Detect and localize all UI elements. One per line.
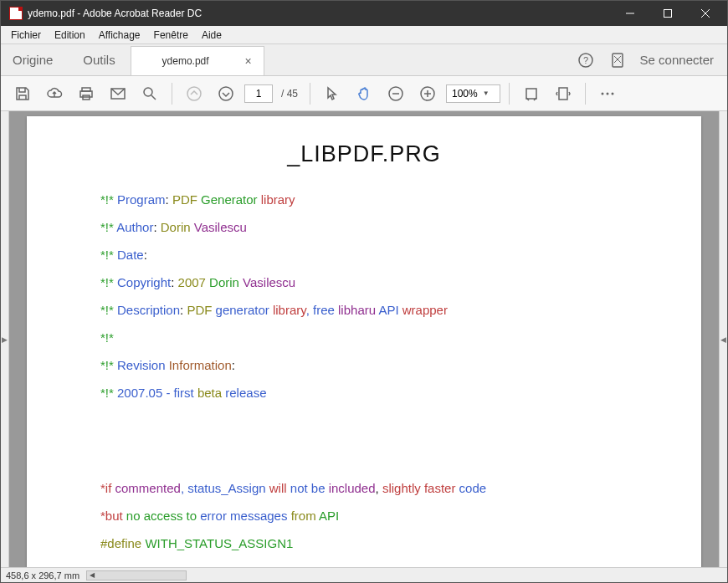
code-line: *!* Date: <box>42 246 686 263</box>
hand-tool-icon[interactable] <box>351 80 377 107</box>
window-titlebar: ydemo.pdf - Adobe Acrobat Reader DC <box>1 1 727 26</box>
chevron-down-icon: ▼ <box>483 89 490 97</box>
menubar: Fichier Edition Affichage Fenêtre Aide <box>1 26 727 44</box>
content-area: ▶ _LIBPDF.PRG *!* Program: PDF Generator… <box>1 111 727 567</box>
menu-file[interactable]: Fichier <box>4 28 48 43</box>
tab-document-label: ydemo.pdf <box>143 55 228 67</box>
blank-line <box>42 457 686 469</box>
page-dimensions: 458,6 x 296,7 mm <box>6 570 79 580</box>
zoom-select[interactable]: 100% ▼ <box>446 84 500 103</box>
svg-point-16 <box>219 87 233 100</box>
tab-close-icon[interactable]: × <box>245 55 252 67</box>
page-total-label: / 45 <box>278 88 301 100</box>
left-panel-toggle[interactable]: ▶ <box>1 111 9 567</box>
code-line: *!* Author: Dorin Vasilescu <box>42 218 686 236</box>
window-title: ydemo.pdf - Adobe Acrobat Reader DC <box>28 8 202 19</box>
svg-point-25 <box>607 92 609 95</box>
print-icon[interactable] <box>73 80 100 107</box>
mobile-icon[interactable] <box>608 51 627 69</box>
page-down-icon[interactable] <box>213 80 239 107</box>
menu-help[interactable]: Aide <box>195 28 228 43</box>
code-line: *but no access to error messages from AP… <box>42 507 686 524</box>
code-line: #define WITH_STATUS_ASSIGN1 <box>42 534 686 552</box>
svg-rect-6 <box>613 54 623 67</box>
menu-edit[interactable]: Edition <box>48 28 92 43</box>
svg-point-15 <box>187 87 201 100</box>
select-tool-icon[interactable] <box>319 80 346 107</box>
more-tools-icon[interactable] <box>594 80 621 107</box>
svg-point-24 <box>602 92 604 95</box>
svg-line-14 <box>151 95 156 100</box>
cloud-icon[interactable] <box>41 80 68 107</box>
signin-link[interactable]: Se connecter <box>640 53 714 67</box>
toolbar: / 45 100% ▼ <box>1 76 727 111</box>
horizontal-scrollbar[interactable]: ◀ <box>86 570 187 580</box>
blank-line <box>42 412 686 424</box>
svg-point-13 <box>144 88 152 96</box>
fit-page-icon[interactable] <box>550 80 577 107</box>
zoom-in-icon[interactable] <box>414 80 441 107</box>
svg-rect-1 <box>664 10 671 18</box>
help-icon[interactable]: ? <box>577 51 595 69</box>
tabbar: Origine Outils ydemo.pdf × ? Se connecte… <box>1 44 727 76</box>
code-line: *!* 2007.05 - first beta release <box>42 384 686 401</box>
code-line: *if commented, status_Assign will not be… <box>42 479 686 497</box>
zoom-value: 100% <box>452 88 478 100</box>
svg-rect-23 <box>559 88 567 100</box>
statusbar: 458,6 x 296,7 mm ◀ <box>1 567 727 582</box>
tab-home[interactable]: Origine <box>1 44 68 75</box>
minimize-button[interactable] <box>611 1 649 26</box>
page-number-input[interactable] <box>244 84 273 103</box>
close-button[interactable] <box>686 1 724 26</box>
document-viewport[interactable]: _LIBPDF.PRG *!* Program: PDF Generator l… <box>9 111 719 567</box>
scroll-left-icon[interactable]: ◀ <box>87 571 97 579</box>
triangle-right-icon: ▶ <box>2 335 8 344</box>
code-line: *!* <box>42 329 686 346</box>
menu-window[interactable]: Fenêtre <box>147 28 195 43</box>
blank-line <box>42 562 686 567</box>
code-line: *!* Revision Information: <box>42 356 686 374</box>
pdf-page: _LIBPDF.PRG *!* Program: PDF Generator l… <box>27 116 701 567</box>
svg-point-26 <box>612 92 614 95</box>
doc-title: _LIBPDF.PRG <box>42 141 686 167</box>
code-line: *!* Program: PDF Generator library <box>42 191 686 208</box>
maximize-button[interactable] <box>649 1 686 26</box>
search-icon[interactable] <box>136 80 163 107</box>
right-panel-toggle[interactable]: ◀ <box>719 111 727 567</box>
code-line: *!* Description: PDF generator library, … <box>42 301 686 319</box>
code-line: *!* Copyright: 2007 Dorin Vasilescu <box>42 274 686 291</box>
blank-line <box>42 434 686 447</box>
app-icon <box>9 7 23 20</box>
tab-tools[interactable]: Outils <box>68 44 130 75</box>
svg-rect-22 <box>526 89 536 99</box>
menu-view[interactable]: Affichage <box>92 28 147 43</box>
svg-text:?: ? <box>583 55 588 65</box>
email-icon[interactable] <box>105 80 131 107</box>
tab-document[interactable]: ydemo.pdf × <box>131 46 264 75</box>
save-icon[interactable] <box>9 80 36 107</box>
triangle-left-icon: ◀ <box>720 335 726 344</box>
zoom-out-icon[interactable] <box>382 80 409 107</box>
svg-rect-10 <box>80 91 92 97</box>
page-up-icon <box>181 80 208 107</box>
fit-width-icon[interactable] <box>518 80 545 107</box>
